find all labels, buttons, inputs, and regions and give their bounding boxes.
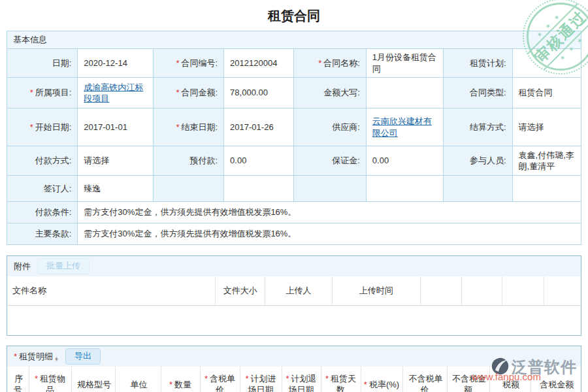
project-link[interactable]: 成渝高铁内江标段项目 xyxy=(84,82,143,104)
contract-no-label: *合同编号: xyxy=(153,49,223,78)
batch-upload-button[interactable]: 批量上传 xyxy=(37,258,90,274)
attachments-header: 附件 批量上传 xyxy=(7,256,581,276)
contract-type-label: 合同类型: xyxy=(444,78,512,108)
att-col-upload-time: 上传时间 xyxy=(332,276,420,306)
page-title: 租赁合同 xyxy=(0,0,588,31)
signer-value: 臻逸 xyxy=(78,176,153,202)
lease-plan-value[interactable] xyxy=(512,49,581,78)
deposit-value: 0.00 xyxy=(366,146,443,176)
start-date-value[interactable]: 2017-01-01 xyxy=(78,108,153,146)
lease-plan-label: 租赁计划: xyxy=(444,49,512,78)
settlement-value[interactable]: 请选择 xyxy=(512,108,581,146)
det-col-item: *租赁物品 xyxy=(29,367,71,392)
supplier-label: 供应商: xyxy=(294,108,366,146)
det-col-spec: 规格型号 xyxy=(71,367,115,392)
payment-terms-label: 付款条件: xyxy=(7,202,78,223)
project-value: 成渝高铁内江标段项目 xyxy=(78,78,153,108)
det-col-amount-with-tax: 含税金额 xyxy=(531,367,581,392)
empty-label-cell xyxy=(153,176,223,202)
det-col-unit-price-no-tax: 不含税单价 xyxy=(402,367,447,392)
amount-caps-label: 金额大写: xyxy=(294,78,366,108)
empty-label-cell xyxy=(444,176,512,202)
payment-method-value[interactable]: 请选择 xyxy=(78,146,153,176)
det-col-unit-price-tax: *含税单价 xyxy=(200,367,240,392)
prepayment-value: 0.00 xyxy=(224,146,294,176)
contract-name-label: *合同名称: xyxy=(294,49,366,78)
export-button[interactable]: 导出 xyxy=(65,348,101,365)
det-col-qty: *数量 xyxy=(161,367,200,392)
attachments-title: 附件 xyxy=(14,261,31,272)
att-col-empty xyxy=(420,276,461,306)
empty-value-cell xyxy=(224,176,294,202)
att-col-uploader: 上传人 xyxy=(265,276,332,306)
amount-caps-value xyxy=(366,78,443,108)
att-col-file-size: 文件大小 xyxy=(216,276,265,306)
det-col-plan-entry-date: *计划进场日期 xyxy=(240,367,282,392)
contract-no-value: 2012120004 xyxy=(224,49,294,78)
section-title-basic-info: 基本信息 xyxy=(7,31,581,49)
attachments-empty-area xyxy=(7,306,581,335)
det-col-lease-days: *租赁天数 xyxy=(321,367,361,392)
det-col-amount-no-tax: 不含税金额 xyxy=(447,367,489,392)
signer-label: 签订人: xyxy=(7,176,78,202)
det-col-tax-rate: *税率(%) xyxy=(361,367,402,392)
deposit-label: 保证金: xyxy=(294,146,366,176)
payment-method-label: 付款方式: xyxy=(7,146,78,176)
basic-info-table: 基本信息 日期: 2020-12-14 *合同编号: 2012120004 *合… xyxy=(7,31,581,245)
date-label: 日期: xyxy=(7,49,78,78)
main-clauses-label: 主要条款: xyxy=(7,223,78,245)
lease-detail-table: 序号 *租赁物品 规格型号 单位 *数量 *含税单价 *计划进场日期 *计划退场… xyxy=(7,367,581,392)
att-col-empty xyxy=(502,276,544,306)
supplier-value: 云南欣兴建材有限公司 xyxy=(366,108,443,146)
payment-terms-value: 需方支付30%定金，供方须先提供有效增值税发票16%。 xyxy=(78,202,581,223)
attachments-section: 附件 批量上传 文件名称 文件大小 上传人 上传时间 xyxy=(7,255,581,336)
det-col-unit: 单位 xyxy=(115,367,161,392)
start-date-label: *开始日期: xyxy=(7,108,78,146)
empty-label-cell xyxy=(294,176,366,202)
supplier-link[interactable]: 云南欣兴建材有限公司 xyxy=(372,116,432,138)
prepayment-label: 预付款: xyxy=(153,146,223,176)
end-date-label: *结束日期: xyxy=(153,108,223,146)
att-col-empty xyxy=(462,276,502,306)
empty-value-cell xyxy=(512,176,581,202)
main-clauses-value: 需方支付30%定金，供方须先提供有效增值税发票16%。 xyxy=(78,223,581,245)
det-col-seq: 序号 xyxy=(7,367,29,392)
attachments-table: 文件名称 文件大小 上传人 上传时间 xyxy=(7,276,581,306)
contract-type-value[interactable]: 租赁合同 xyxy=(512,78,581,108)
lease-detail-section: *租赁明细▲▼ 导出 序号 *租赁物品 规格型号 单位 *数量 *含税单价 *计… xyxy=(7,346,581,392)
amount-value: 78,000.00 xyxy=(224,78,294,108)
amount-label: *合同金额: xyxy=(153,78,223,108)
settlement-label: 结算方式: xyxy=(444,108,512,146)
det-col-plan-exit-date: *计划退场日期 xyxy=(282,367,321,392)
lease-detail-title: *租赁明细▲▼ xyxy=(14,351,59,363)
sort-icon[interactable]: ▲▼ xyxy=(54,357,59,362)
att-col-empty xyxy=(544,276,581,306)
participants-label: 参与人员: xyxy=(444,146,512,176)
contract-name-value: 1月份设备租赁合同 xyxy=(366,49,443,78)
project-label: *所属项目: xyxy=(7,78,78,108)
att-col-file-name: 文件名称 xyxy=(7,276,216,306)
end-date-value[interactable]: 2017-01-26 xyxy=(224,108,294,146)
date-value[interactable]: 2020-12-14 xyxy=(78,49,153,78)
det-col-tax-amount: 税额 xyxy=(489,367,531,392)
empty-value-cell xyxy=(366,176,443,202)
participants-value: 袁鑫,付伟璐,李朗,董清平 xyxy=(512,146,581,176)
lease-detail-header: *租赁明细▲▼ 导出 xyxy=(7,346,581,367)
